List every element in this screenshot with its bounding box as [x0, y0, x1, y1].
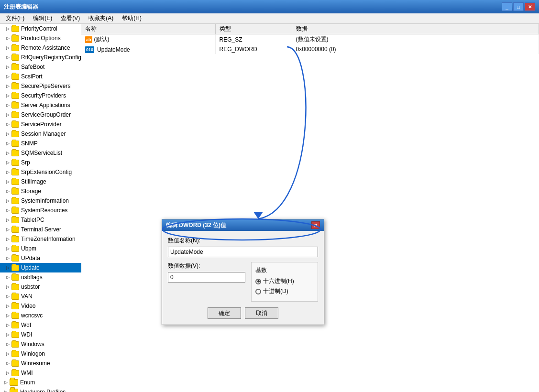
item-label: Hardware Profiles — [20, 389, 66, 392]
menu-view[interactable]: 查看(V) — [57, 13, 84, 23]
folder-icon — [11, 198, 19, 204]
folder-icon — [11, 179, 19, 185]
edit-dword-dialog: 编辑 DWORD (32 位)值 ✕ 数值名称(N): 数值数据(V): 基数 … — [162, 219, 324, 325]
item-label: PriorityControl — [21, 25, 57, 32]
value-label: 数值数据(V): — [168, 262, 245, 270]
col-data: 数据 — [292, 24, 539, 34]
folder-icon — [11, 322, 19, 328]
reg-name-icon: 010 UpdateMode — [85, 46, 130, 53]
expand-arrow: ▷ — [4, 256, 11, 261]
item-label: Update — [21, 264, 40, 271]
col-name: 名称 — [81, 24, 215, 34]
tree-item-wcncsvc[interactable]: ▷ wcncsvc — [0, 311, 81, 320]
close-button[interactable]: ✕ — [525, 2, 535, 11]
tree-item-terminal-server[interactable]: ▷ Terminal Server — [0, 225, 81, 234]
dialog-close-button[interactable]: ✕ — [311, 221, 320, 229]
tree-item-winresume[interactable]: ▷ Winresume — [0, 359, 81, 368]
expand-arrow: ▷ — [4, 84, 11, 88]
radio-dec[interactable]: 十进制(D) — [255, 287, 314, 295]
reg-data-cell: 0x00000000 (0) — [292, 44, 539, 54]
tree-item-wdi[interactable]: ▷ WDI — [0, 330, 81, 339]
item-label: SecurityProviders — [21, 92, 66, 99]
base-title: 基数 — [255, 266, 314, 274]
folder-icon — [11, 141, 19, 147]
tree-item-updata[interactable]: ▷ UPdata — [0, 253, 81, 263]
item-label: StillImage — [21, 178, 46, 185]
tree-item-update[interactable]: ▷ Update — [0, 263, 81, 272]
expand-arrow: ▷ — [4, 55, 11, 60]
base-section: 基数 十六进制(H) 十进制(D) — [251, 262, 318, 302]
tree-item-sqm[interactable]: ▷ SQMServiceList — [0, 148, 81, 158]
folder-icon — [11, 217, 19, 223]
right-panel: 名称 类型 数据 ab (默认) REG_SZ (数值未设置) — [81, 24, 539, 392]
folder-icon — [11, 370, 19, 376]
tree-item-session-manager[interactable]: ▷ Session Manager — [0, 129, 81, 139]
minimize-button[interactable]: _ — [502, 2, 512, 11]
radio-hex[interactable]: 十六进制(H) — [255, 277, 314, 285]
folder-icon — [10, 389, 18, 392]
tree-item-server-apps[interactable]: ▷ Server Applications — [0, 100, 81, 110]
expand-arrow: ▷ — [4, 170, 11, 174]
tree-scroll[interactable]: ▷ PriorityControl ▷ ProductOptions ▷ Rem… — [0, 24, 81, 392]
expand-arrow: ▷ — [4, 45, 11, 50]
tree-item-timezone[interactable]: ▷ TimeZoneInformation — [0, 234, 81, 244]
tree-item-storage[interactable]: ▷ Storage — [0, 186, 81, 196]
folder-icon — [11, 169, 19, 175]
menu-help[interactable]: 帮助(H) — [118, 13, 145, 23]
ok-button[interactable]: 确定 — [208, 307, 241, 319]
tree-item-scsi-port[interactable]: ▷ ScsiPort — [0, 72, 81, 81]
expand-arrow: ▷ — [4, 284, 11, 289]
tree-item-remote-assistance[interactable]: ▷ Remote Assistance — [0, 43, 81, 53]
table-row[interactable]: ab (默认) REG_SZ (数值未设置) — [81, 34, 539, 45]
item-label: SystemInformation — [21, 197, 69, 204]
tree-item-wdf[interactable]: ▷ Wdf — [0, 320, 81, 330]
tree-item-service-provider[interactable]: ▷ ServiceProvider — [0, 120, 81, 129]
tree-item-secure-pipe[interactable]: ▷ SecurePipeServers — [0, 81, 81, 91]
tree-item-ubpm[interactable]: ▷ Ubpm — [0, 244, 81, 253]
hex-radio-circle[interactable] — [255, 279, 261, 284]
tree-item-system-info[interactable]: ▷ SystemInformation — [0, 196, 81, 206]
item-label: RtlQueryRegistryConfig — [21, 54, 81, 61]
tree-item-video[interactable]: ▷ Video — [0, 301, 81, 311]
tree-item-system-resources[interactable]: ▷ SystemResources — [0, 206, 81, 215]
tree-item-usbflags[interactable]: ▷ usbflags — [0, 272, 81, 282]
menu-edit[interactable]: 编辑(E) — [29, 13, 56, 23]
reg-data-cell: (数值未设置) — [292, 34, 539, 45]
tree-item-srp-ext[interactable]: ▷ SrpExtensionConfig — [0, 167, 81, 177]
cancel-button[interactable]: 取消 — [245, 307, 278, 319]
tree-item-wmi[interactable]: ▷ WMI — [0, 368, 81, 378]
tree-item-tablet-pc[interactable]: ▷ TabletPC — [0, 215, 81, 225]
maximize-button[interactable]: □ — [513, 2, 524, 11]
expand-arrow: ▷ — [4, 103, 11, 108]
tree-item-priority-control[interactable]: ▷ PriorityControl — [0, 24, 81, 33]
title-bar: 注册表编辑器 _ □ ✕ — [0, 0, 539, 13]
tree-item-srp[interactable]: ▷ Srp — [0, 158, 81, 167]
expand-arrow: ▷ — [4, 112, 11, 117]
menu-file[interactable]: 文件(F) — [2, 13, 28, 23]
expand-arrow: ▷ — [4, 294, 11, 299]
folder-icon — [11, 54, 19, 61]
tree-item-product-options[interactable]: ▷ ProductOptions — [0, 33, 81, 43]
dec-radio-circle[interactable] — [255, 289, 261, 294]
item-label: SecurePipeServers — [21, 83, 70, 89]
tree-item-van[interactable]: ▷ VAN — [0, 292, 81, 301]
folder-icon — [11, 64, 19, 70]
tree-item-safeboot[interactable]: ▷ SafeBoot — [0, 62, 81, 72]
value-input[interactable] — [168, 272, 245, 283]
tree-item-snmp[interactable]: ▷ SNMP — [0, 139, 81, 148]
tree-item-winlogon[interactable]: ▷ Winlogon — [0, 349, 81, 359]
tree-item-hardware-profiles[interactable]: ▷ Hardware Profiles — [0, 387, 81, 392]
menu-favorites[interactable]: 收藏夹(A) — [85, 13, 117, 23]
folder-icon — [11, 188, 19, 195]
tree-item-rtl-query[interactable]: ▷ RtlQueryRegistryConfig — [0, 53, 81, 62]
ab-icon: ab — [85, 36, 92, 43]
tree-item-usbstor[interactable]: ▷ usbstor — [0, 282, 81, 292]
tree-item-service-group[interactable]: ▷ ServiceGroupOrder — [0, 110, 81, 120]
tree-item-still-image[interactable]: ▷ StillImage — [0, 177, 81, 186]
dec-radio-label: 十进制(D) — [263, 287, 288, 295]
tree-item-enum[interactable]: ▷ Enum — [0, 378, 81, 387]
table-row[interactable]: 010 UpdateMode REG_DWORD 0x00000000 (0) — [81, 44, 539, 54]
expand-arrow: ▷ — [4, 208, 11, 213]
tree-item-windows[interactable]: ▷ Windows — [0, 339, 81, 349]
tree-item-security-providers[interactable]: ▷ SecurityProviders — [0, 91, 81, 100]
